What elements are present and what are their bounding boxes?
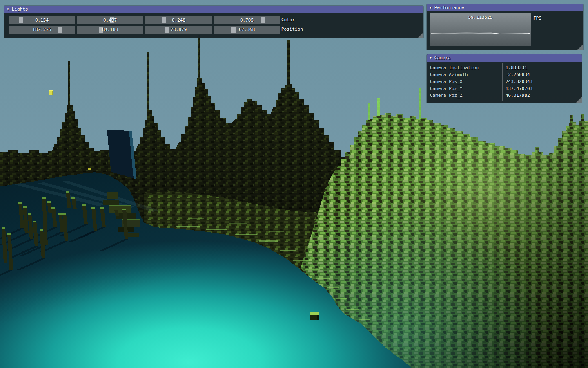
slider-value: 0.497 xyxy=(77,18,143,23)
light-position-slider-2[interactable]: 84.188 xyxy=(77,26,143,34)
camera-panel-header[interactable]: ▼ Camera xyxy=(427,54,582,62)
light-position-slider-4[interactable]: 67.368 xyxy=(214,26,280,34)
camera-row-azimuth[interactable]: Camera Azimuth -2.260834 xyxy=(427,71,582,78)
camera-row-value: 1.838331 xyxy=(506,64,527,71)
camera-row-pos-z[interactable]: Camera Poz_Z 46.017982 xyxy=(427,92,582,99)
camera-panel-body: Camera Inclination 1.838331 Camera Azimu… xyxy=(427,62,582,103)
color-row-label: Color xyxy=(281,17,295,22)
slider-value: 0.154 xyxy=(9,18,75,23)
camera-row-label: Camera Poz_Y xyxy=(430,85,462,92)
fps-label: FPS xyxy=(533,16,541,21)
collapse-icon[interactable]: ▼ xyxy=(430,54,432,62)
light-color-slider-4[interactable]: 0.705 xyxy=(214,16,280,24)
lights-panel: ▼ Lights 0.154 0.497 0.248 0.705 Color xyxy=(4,6,423,38)
performance-panel-header[interactable]: ▼ Performance xyxy=(427,4,583,11)
collapse-icon[interactable]: ▼ xyxy=(7,6,9,13)
resize-grip[interactable] xyxy=(418,32,423,38)
camera-row-label: Camera Inclination xyxy=(430,64,479,71)
resize-grip[interactable] xyxy=(576,97,582,103)
camera-row-label: Camera Pos_X xyxy=(430,78,462,85)
camera-row-value: 137.470703 xyxy=(506,85,532,92)
camera-row-value: 243.820343 xyxy=(506,78,532,85)
slider-value: 67.368 xyxy=(214,27,280,32)
performance-panel-title: Performance xyxy=(434,4,464,11)
light-color-slider-3[interactable]: 0.248 xyxy=(145,16,212,24)
light-position-slider-1[interactable]: 187.275 xyxy=(9,26,75,34)
light-position-slider-3[interactable]: 73.879 xyxy=(145,26,212,34)
collapse-icon[interactable]: ▼ xyxy=(430,4,432,11)
position-row-label: Position xyxy=(281,27,303,32)
fps-graph: 59.113525 xyxy=(430,13,531,46)
light-glint xyxy=(88,168,91,170)
camera-row-pos-x[interactable]: Camera Pos_X 243.820343 xyxy=(427,78,582,85)
lights-panel-header[interactable]: ▼ Lights xyxy=(4,6,423,13)
camera-panel-title: Camera xyxy=(434,54,451,62)
camera-row-value: 46.017982 xyxy=(506,92,530,99)
light-gizmo-cube xyxy=(49,90,53,95)
camera-row-value: -2.260834 xyxy=(506,71,530,78)
performance-panel-body: 59.113525 FPS xyxy=(427,11,583,50)
camera-panel: ▼ Camera Camera Inclination 1.838331 Cam… xyxy=(427,54,582,103)
resize-grip[interactable] xyxy=(577,44,583,50)
lights-panel-title: Lights xyxy=(12,6,28,13)
camera-row-label: Camera Azimuth xyxy=(430,71,468,78)
performance-panel: ▼ Performance 59.113525 FPS xyxy=(427,4,583,50)
camera-row-inclination[interactable]: Camera Inclination 1.838331 xyxy=(427,64,582,71)
slider-value: 73.879 xyxy=(145,27,212,32)
slider-value: 0.705 xyxy=(214,18,280,23)
light-color-slider-2[interactable]: 0.497 xyxy=(77,16,143,24)
light-color-slider-1[interactable]: 0.154 xyxy=(9,16,75,24)
slider-value: 84.188 xyxy=(77,27,143,32)
fps-value: 59.113525 xyxy=(430,15,531,20)
slider-value: 0.248 xyxy=(145,18,212,23)
camera-row-label: Camera Poz_Z xyxy=(430,92,462,99)
slider-value: 187.275 xyxy=(9,27,75,32)
water-slab xyxy=(107,130,136,179)
lights-panel-body: 0.154 0.497 0.248 0.705 Color 187.275 xyxy=(4,13,423,38)
camera-row-pos-y[interactable]: Camera Poz_Y 137.470703 xyxy=(427,85,582,92)
ground-cube xyxy=(310,312,319,320)
app-window: ▼ Lights 0.154 0.497 0.248 0.705 Color xyxy=(0,0,588,368)
